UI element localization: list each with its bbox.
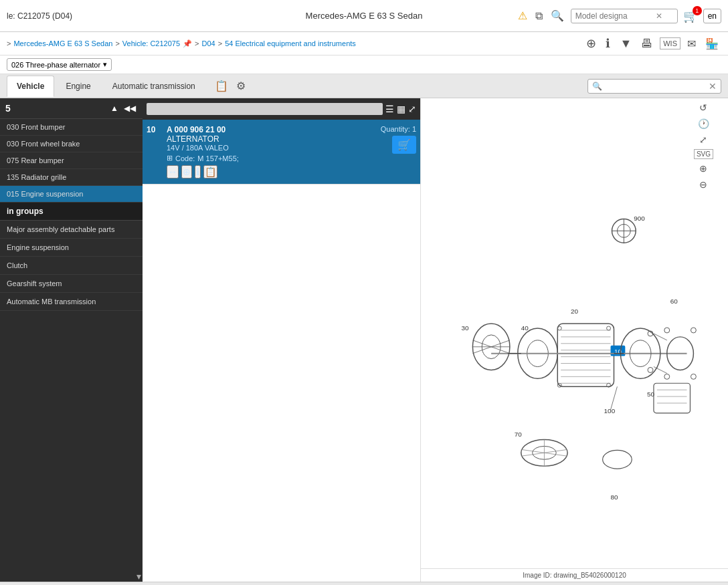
sidebar-group-gearshift[interactable]: Gearshift system [0,275,143,293]
tab-search-box: 🔍 ✕ [587,79,721,94]
sidebar-item-radiator[interactable]: 135 Radiator grille [0,169,143,186]
top-bar: le: C212075 (D04) Mercedes-AMG E 63 S Se… [0,0,728,32]
search-icon-top[interactable]: 🔍 [549,8,565,23]
zoom-in-button[interactable]: ⊕ [583,35,599,52]
parts-grid-view[interactable]: ▦ [397,104,405,114]
code-label: Code: [175,154,195,162]
bottom-bar: Three-phase alternator ✏ 030 Battery, st… [0,582,728,585]
vehicle-pin-icon: 📌 [183,39,192,48]
vehicle-title: Mercedes-AMG E 63 S Sedan [306,11,423,21]
diagram-caption: Image ID: drawing_B54026000120 [421,568,728,582]
tab-search-input[interactable] [605,82,709,91]
parts-row: 10 A 000 906 21 00 ALTERNATOR 14V / 180A… [143,120,420,185]
cart-badge: 1 [693,6,702,15]
wis-button[interactable]: WIS [660,37,680,49]
sidebar-group-major-assembly[interactable]: Major assembly detachable parts [0,221,143,239]
sidebar-item-engine-susp[interactable]: 015 Engine suspension [0,186,143,203]
breadcrumb-bar: > Mercedes-AMG E 63 S Sedan > Vehicle: C… [0,32,728,55]
tab-vehicle[interactable]: Vehicle [7,76,54,97]
add-to-cart-button[interactable]: 🛒 [392,136,416,154]
tab-engine[interactable]: Engine [56,76,100,97]
label-20: 20 [571,308,579,315]
parts-expand[interactable]: ⤢ [408,104,416,114]
label-40: 40 [521,324,529,332]
main-content: 5 ▲ ◀◀ 030 Front bumper 030 Front wheel … [0,98,728,582]
parts-list-view[interactable]: ☰ [385,104,394,114]
sidebar-header: 5 ▲ ◀◀ [0,98,143,119]
part-spec: 14V / 180A VALEO [167,144,363,152]
copy-button[interactable]: ⧉ [534,9,544,23]
diagram-zoom-out[interactable]: ⊖ [694,178,713,191]
tab-search-clear[interactable]: ✕ [709,81,717,92]
sidebar: 5 ▲ ◀◀ 030 Front bumper 030 Front wheel … [0,98,143,582]
info-button[interactable]: ℹ [603,35,613,52]
part-info-icon[interactable]: ℹ [195,165,201,179]
cart-button[interactable]: 🛒 1 [683,9,698,23]
parts-search-input[interactable] [147,103,383,115]
breadcrumb-sep: > [7,39,11,47]
warning-button[interactable]: ⚠ [517,8,529,23]
sidebar-header-icons: ▲ ◀◀ [109,102,137,114]
diagram-history-icon[interactable]: 🕐 [694,117,713,130]
diagram-svg: 900 30 40 [428,110,720,557]
thumbnail-tabs: Three-phase alternator ✏ 030 Battery, st… [0,582,728,585]
sidebar-group-clutch[interactable]: Clutch [0,257,143,275]
grid-icon: ⊞ [167,154,173,162]
label-80: 80 [611,493,619,500]
model-search-input[interactable] [575,11,656,21]
section-dropdown[interactable]: 026 Three-phase alternator ▾ [7,58,112,71]
part-exchange-icon[interactable]: ↔ [167,165,179,179]
sidebar-section-header: in groups [0,203,143,221]
breadcrumb-vehicle[interactable]: Mercedes-AMG E 63 S Sedan [13,39,112,47]
part-row-details: A 000 906 21 00 ALTERNATOR 14V / 180A VA… [167,125,363,179]
svg-rect-0 [428,201,720,465]
sidebar-group-auto-transmission[interactable]: Automatic MB transmission [0,293,143,311]
tab-bar: Vehicle Engine Automatic transmission 📋 … [0,74,728,98]
center-panel: ☰ ▦ ⤢ 10 A 000 906 21 00 ALTERNATOR 14V … [143,98,420,582]
part-actions: ↔ ⊕ ℹ 📋 [167,165,363,179]
sidebar-number: 5 [5,103,11,114]
print-button[interactable]: 🖶 [638,35,656,52]
qty-label: Quantity: 1 [381,125,416,133]
diagram-refresh-icon[interactable]: ↺ [694,101,713,114]
diagram-area: 900 30 40 [421,98,728,568]
sidebar-item-front-brake[interactable]: 030 Front wheel brake [0,136,143,152]
part-clipboard-icon[interactable]: 📋 [203,165,217,179]
part-row-num: 10 [147,125,167,134]
part-number: A 000 906 21 00 [167,125,363,134]
sidebar-collapse-up[interactable]: ▲ [109,102,120,114]
second-toolbar: 026 Three-phase alternator ▾ [0,55,728,74]
sidebar-item-front-bumper[interactable]: 030 Front bumper [0,119,143,136]
breadcrumb-electrical[interactable]: 54 Electrical equipment and instruments [225,39,356,47]
tab-transmission[interactable]: Automatic transmission [102,76,205,97]
sidebar-collapse-left[interactable]: ◀◀ [122,102,137,114]
filter-button[interactable]: ▼ [617,35,634,52]
language-button[interactable]: en [703,9,721,23]
code-value: M 157+M55; [197,154,238,162]
label-30: 30 [462,324,470,332]
label-70: 70 [515,430,523,437]
breadcrumb-d04[interactable]: D04 [202,39,215,47]
label-100: 100 [604,406,616,414]
mail-button[interactable]: ✉ [685,36,699,51]
parts-list-header: ☰ ▦ ⤢ [143,98,420,120]
label-900: 900 [634,215,646,222]
breadcrumb-c212075[interactable]: Vehicle: C212075 [122,39,180,47]
tab-icon-1[interactable]: 📋 [213,78,230,94]
sidebar-item-rear-bumper[interactable]: 075 Rear bumper [0,152,143,169]
diagram-expand-icon[interactable]: ⤢ [694,133,713,146]
part-add-icon[interactable]: ⊕ [181,165,192,179]
search-clear-icon[interactable]: ✕ [656,11,662,21]
tab-search-icon: 🔍 [592,82,602,91]
shop-button[interactable]: 🏪 [703,36,721,51]
diagram-toolbar-icons: ↺ 🕐 ⤢ SVG ⊕ ⊖ [691,98,716,194]
model-search-box: ✕ [571,9,678,23]
sidebar-group-engine-suspension[interactable]: Engine suspension [0,239,143,257]
right-panel: ✕ ↺ 🕐 ⤢ SVG ⊕ ⊖ 900 30 [420,98,728,582]
tab-icon-2[interactable]: ⚙ [235,78,247,94]
parts-header-icons: ☰ ▦ ⤢ [385,104,416,114]
sidebar-scroll-down-icon[interactable]: ▾ [136,571,141,582]
part-name: ALTERNATOR [167,134,363,144]
diagram-svg-export[interactable]: SVG [694,149,713,159]
diagram-zoom-in[interactable]: ⊕ [694,162,713,175]
